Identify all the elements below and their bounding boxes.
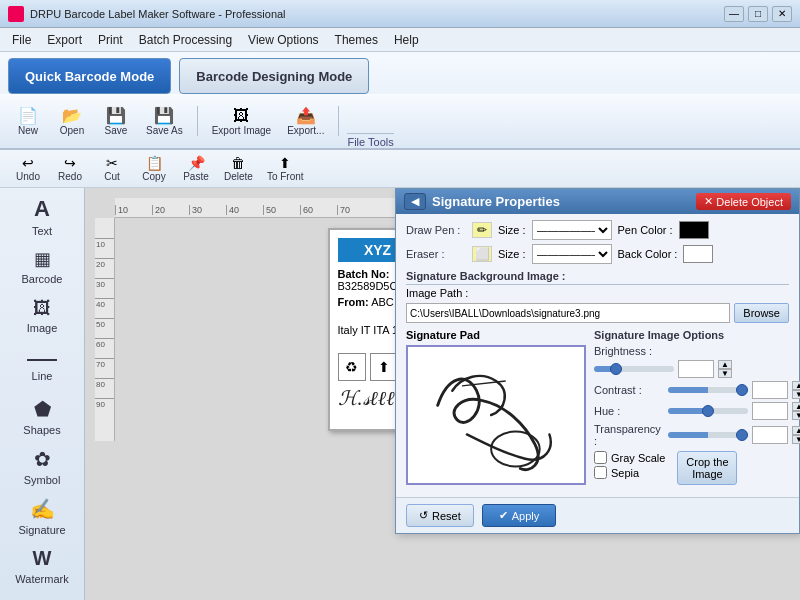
- menu-file[interactable]: File: [4, 31, 39, 49]
- maximize-button[interactable]: □: [748, 6, 768, 22]
- brightness-spin: ▲ ▼: [718, 360, 732, 378]
- main-toolbar: 📄 New 📂 Open 💾 Save 💾 Save As 🖼 Export I…: [0, 94, 800, 149]
- signature-icon: ✍: [30, 497, 55, 521]
- brightness-slider[interactable]: [594, 366, 674, 372]
- eraser-size-select[interactable]: ——————: [532, 244, 612, 264]
- export-icon: 📤: [296, 106, 316, 125]
- draw-pen-label: Draw Pen :: [406, 224, 466, 236]
- crop-image-button[interactable]: Crop the Image: [677, 451, 737, 485]
- new-button[interactable]: 📄 New: [8, 104, 48, 138]
- delete-object-button[interactable]: ✕ Delete Object: [696, 193, 791, 210]
- image-path-input[interactable]: [406, 303, 730, 323]
- sidebar-item-watermark[interactable]: W Watermark: [7, 542, 77, 590]
- tofront-button[interactable]: ⬆ To Front: [261, 153, 310, 184]
- designing-mode-button[interactable]: Barcode Designing Mode: [179, 58, 369, 94]
- ruler-vertical: 10 20 30 40 50 60 70 80 90: [95, 218, 115, 441]
- ruler-tick-50: 50: [263, 205, 300, 215]
- copy-label: Copy: [142, 171, 165, 182]
- brightness-down[interactable]: ▼: [718, 369, 732, 378]
- ruler-tick-10: 10: [115, 205, 152, 215]
- transparency-up[interactable]: ▲: [792, 426, 800, 435]
- app-icon: [8, 6, 24, 22]
- sidebar-item-text[interactable]: A Text: [7, 192, 77, 240]
- signature-pad[interactable]: [406, 345, 586, 485]
- menu-help[interactable]: Help: [386, 31, 427, 49]
- contrast-down[interactable]: ▼: [792, 390, 800, 399]
- apply-button[interactable]: ✔ Apply: [482, 504, 557, 527]
- sidebar-item-barcode[interactable]: ▦ Barcode: [7, 242, 77, 290]
- cut-button[interactable]: ✂ Cut: [92, 153, 132, 184]
- grayscale-checkbox-row[interactable]: Gray Scale: [594, 451, 665, 464]
- back-color-picker[interactable]: [683, 245, 713, 263]
- redo-button[interactable]: ↪ Redo: [50, 153, 90, 184]
- tofront-label: To Front: [267, 171, 304, 182]
- contrast-slider[interactable]: [668, 387, 748, 393]
- undo-label: Undo: [16, 171, 40, 182]
- save-button[interactable]: 💾 Save: [96, 104, 136, 138]
- browse-button[interactable]: Browse: [734, 303, 789, 323]
- menu-view[interactable]: View Options: [240, 31, 326, 49]
- transparency-slider[interactable]: [668, 432, 748, 438]
- hue-slider[interactable]: [668, 408, 748, 414]
- transparency-down[interactable]: ▼: [792, 435, 800, 444]
- watermark-label: Watermark: [15, 573, 68, 585]
- copy-button[interactable]: 📋 Copy: [134, 153, 174, 184]
- export-image-label: Export Image: [212, 125, 271, 136]
- saveas-button[interactable]: 💾 Save As: [140, 104, 189, 138]
- ruler-tick-30: 30: [189, 205, 226, 215]
- minimize-button[interactable]: —: [724, 6, 744, 22]
- signature-label: Signature: [18, 524, 65, 536]
- pen-icon[interactable]: ✏: [472, 222, 492, 238]
- line-icon: [27, 359, 57, 361]
- menu-batch[interactable]: Batch Processing: [131, 31, 240, 49]
- grayscale-label: Gray Scale: [611, 452, 665, 464]
- menu-themes[interactable]: Themes: [327, 31, 386, 49]
- undo-button[interactable]: ↩ Undo: [8, 153, 48, 184]
- sidebar-item-line[interactable]: Line: [7, 342, 77, 390]
- paste-button[interactable]: 📌 Paste: [176, 153, 216, 184]
- tool-section: A Text ▦ Barcode 🖼 Image Line ⬟ Shapes ✿…: [0, 188, 800, 600]
- brightness-up[interactable]: ▲: [718, 360, 732, 369]
- close-button[interactable]: ✕: [772, 6, 792, 22]
- redo-label: Redo: [58, 171, 82, 182]
- menu-print[interactable]: Print: [90, 31, 131, 49]
- undo-icon: ↩: [22, 155, 34, 171]
- eraser-icon[interactable]: ⬜: [472, 246, 492, 262]
- sepia-checkbox-row[interactable]: Sepia: [594, 466, 665, 479]
- export-button[interactable]: 📤 Export...: [281, 104, 330, 138]
- delete-button[interactable]: 🗑 Delete: [218, 153, 259, 184]
- menu-export[interactable]: Export: [39, 31, 90, 49]
- brightness-value[interactable]: -77: [678, 360, 714, 378]
- hue-value[interactable]: 0: [752, 402, 788, 420]
- hue-down[interactable]: ▼: [792, 411, 800, 420]
- pen-size-select[interactable]: —————— ───────: [532, 220, 612, 240]
- sidebar-item-symbol[interactable]: ✿ Symbol: [7, 442, 77, 490]
- grayscale-checkbox[interactable]: [594, 451, 607, 464]
- sig-panel-body: Draw Pen : ✏ Size : —————— ─────── Pen C…: [396, 214, 799, 497]
- left-sidebar: A Text ▦ Barcode 🖼 Image Line ⬟ Shapes ✿…: [0, 188, 85, 600]
- sidebar-item-image[interactable]: 🖼 Image: [7, 292, 77, 340]
- export-image-button[interactable]: 🖼 Export Image: [206, 105, 277, 138]
- sepia-checkbox[interactable]: [594, 466, 607, 479]
- hue-spin: ▲ ▼: [792, 402, 800, 420]
- contrast-value[interactable]: 100: [752, 381, 788, 399]
- img-options-title: Signature Image Options: [594, 329, 800, 341]
- sidebar-item-shapes[interactable]: ⬟ Shapes: [7, 392, 77, 440]
- quick-mode-button[interactable]: Quick Barcode Mode: [8, 58, 171, 94]
- sepia-label: Sepia: [611, 467, 639, 479]
- transparency-spin: ▲ ▼: [792, 426, 800, 444]
- ruler-tick-60: 60: [300, 205, 337, 215]
- transparency-value[interactable]: 100: [752, 426, 788, 444]
- sidebar-item-signature[interactable]: ✍ Signature: [7, 492, 77, 540]
- open-button[interactable]: 📂 Open: [52, 104, 92, 138]
- contrast-spin: ▲ ▼: [792, 381, 800, 399]
- transparency-row: Transparency : 100 ▲ ▼: [594, 423, 800, 447]
- contrast-up[interactable]: ▲: [792, 381, 800, 390]
- pen-color-picker[interactable]: [679, 221, 709, 239]
- sig-pad-area: Signature Pad: [406, 329, 789, 485]
- reset-button[interactable]: ↺ Reset: [406, 504, 474, 527]
- saveas-icon: 💾: [154, 106, 174, 125]
- hue-up[interactable]: ▲: [792, 402, 800, 411]
- back-button[interactable]: ◀: [404, 193, 426, 210]
- shapes-icon: ⬟: [34, 397, 51, 421]
